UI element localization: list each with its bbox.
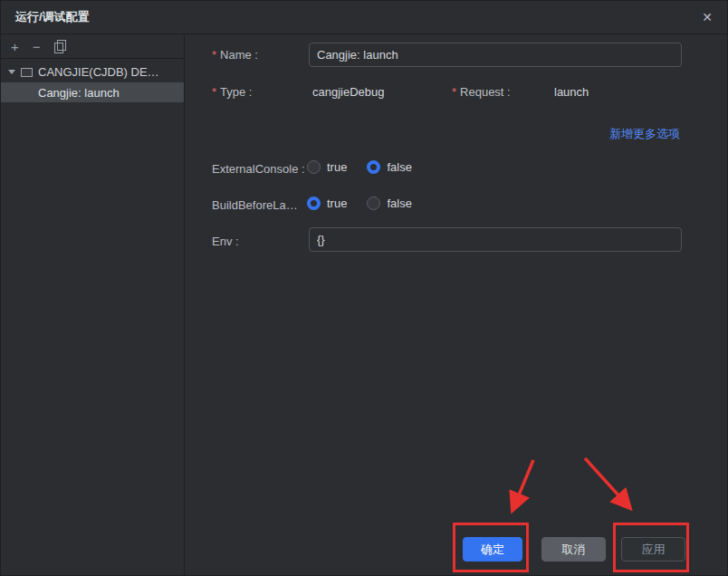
config-type-icon bbox=[21, 68, 33, 77]
config-sidebar: + − CANGJIE(CJDB) DE… Cangjie: launch bbox=[1, 34, 185, 576]
request-label: *Request : bbox=[452, 85, 511, 99]
env-input[interactable] bbox=[309, 227, 682, 252]
tree-group-cangjie-debug[interactable]: CANGJIE(CJDB) DE… bbox=[1, 62, 184, 82]
request-value: launch bbox=[554, 85, 589, 99]
required-mark: * bbox=[452, 85, 456, 99]
build-before-launch-radio-group: true false bbox=[307, 197, 412, 210]
radio-label: false bbox=[387, 197, 411, 210]
name-label: *Name : bbox=[212, 48, 258, 62]
remove-config-icon[interactable]: − bbox=[33, 40, 41, 53]
external-console-radio-group: true false bbox=[307, 160, 412, 174]
radio-unchecked-icon[interactable] bbox=[367, 197, 380, 210]
build-before-launch-label: BuildBeforeLa… bbox=[212, 198, 298, 212]
dialog-body: + − CANGJIE(CJDB) DE… Cangjie: launch *N… bbox=[1, 34, 727, 576]
name-input[interactable] bbox=[309, 43, 682, 67]
tree-group-label: CANGJIE(CJDB) DE… bbox=[38, 65, 159, 79]
sidebar-toolbar: + − bbox=[1, 34, 184, 59]
add-more-options-link[interactable]: 新增更多选项 bbox=[609, 126, 680, 142]
config-form: *Name : *Type : cangjieDebug *Request : … bbox=[185, 34, 727, 576]
cancel-button[interactable]: 取消 bbox=[541, 537, 606, 562]
tree-item-label: Cangjie: launch bbox=[38, 86, 120, 100]
dialog-title: 运行/调试配置 bbox=[15, 9, 90, 25]
external-console-label: ExternalConsole : bbox=[212, 162, 305, 176]
add-config-icon[interactable]: + bbox=[11, 40, 19, 53]
config-tree: CANGJIE(CJDB) DE… Cangjie: launch bbox=[1, 59, 184, 102]
external-console-true-option[interactable]: true bbox=[307, 160, 347, 174]
radio-label: true bbox=[327, 160, 347, 174]
type-label: *Type : bbox=[212, 85, 252, 99]
tree-item-cangjie-launch[interactable]: Cangjie: launch bbox=[1, 82, 184, 102]
radio-label: true bbox=[327, 197, 347, 210]
ok-button[interactable]: 确定 bbox=[463, 537, 522, 562]
build-before-true-option[interactable]: true bbox=[307, 197, 347, 210]
radio-label: false bbox=[387, 160, 411, 174]
type-value: cangjieDebug bbox=[312, 85, 385, 99]
chevron-down-icon bbox=[8, 70, 15, 74]
close-icon[interactable]: ✕ bbox=[702, 11, 713, 24]
build-before-false-option[interactable]: false bbox=[367, 197, 411, 210]
radio-checked-icon[interactable] bbox=[367, 160, 380, 174]
copy-config-icon[interactable] bbox=[54, 40, 65, 53]
external-console-false-option[interactable]: false bbox=[367, 160, 411, 174]
env-label: Env : bbox=[212, 235, 239, 248]
required-mark: * bbox=[212, 85, 216, 99]
apply-button[interactable]: 应用 bbox=[621, 537, 685, 562]
run-debug-config-dialog: { "window": { "title": "运行/调试配置", "close… bbox=[0, 0, 728, 576]
required-mark: * bbox=[212, 48, 216, 62]
radio-unchecked-icon[interactable] bbox=[307, 160, 321, 174]
dialog-titlebar: 运行/调试配置 ✕ bbox=[1, 1, 727, 34]
radio-checked-icon[interactable] bbox=[307, 197, 321, 210]
